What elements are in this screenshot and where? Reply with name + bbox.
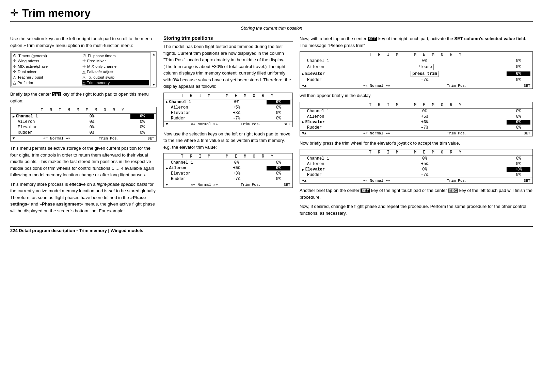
menu-item-trim-memory[interactable]: △ Trim memory xyxy=(82,80,149,85)
menu-item-free-mixer[interactable]: ✛ Free Mixer xyxy=(82,58,149,64)
trim-pos-val: –7% xyxy=(343,173,507,177)
col-left: Use the selection keys on the left or ri… xyxy=(10,35,157,219)
menu-item-fl-phase[interactable]: ⏱ Fl. phase timers xyxy=(82,53,149,58)
free-mixer-icon: ✛ xyxy=(82,59,86,63)
trim-header-2: T R I M M E M O R Y xyxy=(164,93,292,99)
trim-box-2: T R I M M E M O R Y ▶ Channel 1 0% 0% Ai… xyxy=(163,93,293,127)
menu-scroll: ▲ ▼ xyxy=(151,52,156,87)
trim-footer-6: ▼▲ «« Normal »» Trim Pos. SET xyxy=(300,178,532,183)
footer-down-arrow: ▼ xyxy=(166,183,168,187)
row-label: Rudder xyxy=(171,116,186,121)
trim-header-3: T R I M M E M O R Y xyxy=(164,153,292,160)
trim-row-ch1-6: Channel 1 0% 0% xyxy=(300,156,532,161)
trim-row-aileron-2: Aileron +5% 0% xyxy=(164,105,292,110)
page-title: Trim memory xyxy=(22,7,91,19)
row-label: Rudder xyxy=(307,125,322,130)
right-body-5: Now, if desired, change the flight phase… xyxy=(300,203,533,216)
popup-press-trim: press trim xyxy=(411,71,438,77)
intro-text: Use the selection keys on the left or ri… xyxy=(10,35,157,49)
trim-row-aileron: Aileron 0% 0% xyxy=(11,119,156,125)
trim-pos-val: +5% xyxy=(343,114,507,119)
trim-memory-icon: △ xyxy=(82,80,85,85)
menu-item-label: Profi trim xyxy=(17,81,33,85)
menu-box: ⏱ Timers (general) ✛ Wing mixers ✛ MIX a… xyxy=(10,51,157,87)
trim-set-val: 0% xyxy=(507,120,530,125)
trim-footer-3: ▼ «« Normal »» Trim Pos. SET xyxy=(164,182,292,187)
trim-pos-val: +3% xyxy=(343,120,507,125)
footer-set: SET xyxy=(524,131,530,135)
trim-pos-val: Please xyxy=(343,64,507,70)
menu-item-tx-output[interactable]: △ Tx. output swap xyxy=(82,75,149,80)
col-right: Now, with a brief tap on the center SET … xyxy=(300,35,533,219)
menu-item-label: Trim memory xyxy=(87,81,110,85)
footer-trimpos: Trim Pos. xyxy=(447,131,467,135)
trim-row-ch1-4: Channel 1 0% 0% xyxy=(300,58,532,64)
footer-nav: «« Normal »» xyxy=(363,179,390,183)
trim-set-val: +3% xyxy=(507,167,530,172)
footer-nav: «« Normal »» xyxy=(191,183,218,187)
trim-pos-val: +5% xyxy=(343,162,507,166)
menu-item-label: Fl. phase timers xyxy=(88,54,116,58)
footer-arrows: ▼▲ xyxy=(302,131,306,135)
trim-row-elevator-4: ▶ Elevator press trim 0% xyxy=(300,70,532,77)
menu-item-label: Teacher / pupil xyxy=(17,75,43,79)
menu-item-fail-safe[interactable]: △ Fail-safe adjust xyxy=(82,69,149,75)
menu-item-label: Tx. output swap xyxy=(87,75,114,79)
row-arrow: ▶ xyxy=(166,100,168,104)
set-badge-tap: SET xyxy=(52,92,61,96)
trim-box-1: T R I M M E M O R Y ▶ Channel 1 0% 0% Ai… xyxy=(10,107,157,142)
footer-trimpos: Trim Pos. xyxy=(447,179,467,183)
main-layout: Use the selection keys on the left or ri… xyxy=(10,35,533,219)
trim-pos-val: -7% xyxy=(207,116,267,121)
row-arrow: ▶ xyxy=(13,114,15,119)
trim-row-elevator: Elevator 0% 0% xyxy=(11,125,156,130)
scroll-down-arrow[interactable]: ▼ xyxy=(152,83,156,86)
trim-row-ch1-5: Channel 1 0% 0% xyxy=(300,109,532,114)
footer-down-arrow: ▼ xyxy=(13,136,15,141)
trim-row-aileron-3: ▶ Aileron +5% 0% xyxy=(164,165,292,171)
scroll-up-arrow[interactable]: ▲ xyxy=(152,52,156,56)
footer-nav: «« Normal »» xyxy=(363,84,390,88)
trim-pos-val: 0% xyxy=(207,160,267,165)
row-label: Rudder xyxy=(307,173,322,177)
footer-trimpos: Trim Pos. xyxy=(99,136,119,141)
col-mid: Storing trim positions The model has bee… xyxy=(163,35,293,219)
menu-item-timers[interactable]: ⏱ Timers (general) xyxy=(13,53,80,58)
menu-item-profi-trim[interactable]: △ Profi trim xyxy=(13,80,80,85)
trim-row-rudder-4: Rudder –7% 0% xyxy=(300,77,532,83)
trim-row-rudder-2: Rudder -7% 0% xyxy=(164,116,292,121)
trim-set-val: 0% xyxy=(267,177,290,181)
teacher-icon: △ xyxy=(13,75,16,80)
trim-set-val: 0% xyxy=(507,156,530,161)
menu-item-wing-mixers[interactable]: ✛ Wing mixers xyxy=(13,58,80,64)
trim-pos-val: 0% xyxy=(343,109,507,114)
row-label: Aileron xyxy=(18,119,35,124)
menu-item-teacher[interactable]: △ Teacher / pupil xyxy=(13,75,80,80)
row-label: Rudder xyxy=(171,177,186,181)
trim-row-aileron-5: Aileron +5% 0% xyxy=(300,114,532,119)
footer-nav: «« Normal »» xyxy=(191,122,218,126)
menu-item-label: Dual mixer xyxy=(18,70,36,74)
trim-set-val: 0% xyxy=(267,100,290,104)
menu-item-mix-only[interactable]: ✛ MIX-only channel xyxy=(82,64,149,69)
profi-trim-icon: △ xyxy=(13,80,16,85)
trim-pos-val: 0% xyxy=(53,130,130,135)
row-label: Aileron xyxy=(307,65,324,69)
footer-trimpos: Trim Pos. xyxy=(241,122,261,126)
trim-footer-4: ▼▲ «« Normal »» Trim Pos. SET xyxy=(300,83,532,88)
trim-row-ch1-2: ▶ Channel 1 0% 0% xyxy=(164,99,292,105)
row-label: Elevator xyxy=(171,111,191,115)
trim-set-val: 0% xyxy=(507,65,530,69)
row-label: Channel 1 xyxy=(307,59,329,63)
mid-body-1: The model has been flight tested and tri… xyxy=(163,43,293,90)
footer-set: SET xyxy=(524,179,530,183)
trim-set-val: 0% xyxy=(507,125,530,130)
trim-pos-val: +5% xyxy=(207,105,267,110)
trim-set-val: 0% xyxy=(130,114,154,119)
menu-col-right: ⏱ Fl. phase timers ✛ Free Mixer ✛ MIX-on… xyxy=(81,53,150,86)
tx-output-icon: △ xyxy=(82,75,85,80)
trim-row-elevator-6: ▶ Elevator 0% +3% xyxy=(300,167,532,172)
menu-item-mix-active[interactable]: ✛ MIX active/phase xyxy=(13,64,80,69)
menu-item-dual-mixer[interactable]: ✛ Dual mixer xyxy=(13,69,80,75)
trim-pos-val: 0% xyxy=(53,125,130,130)
